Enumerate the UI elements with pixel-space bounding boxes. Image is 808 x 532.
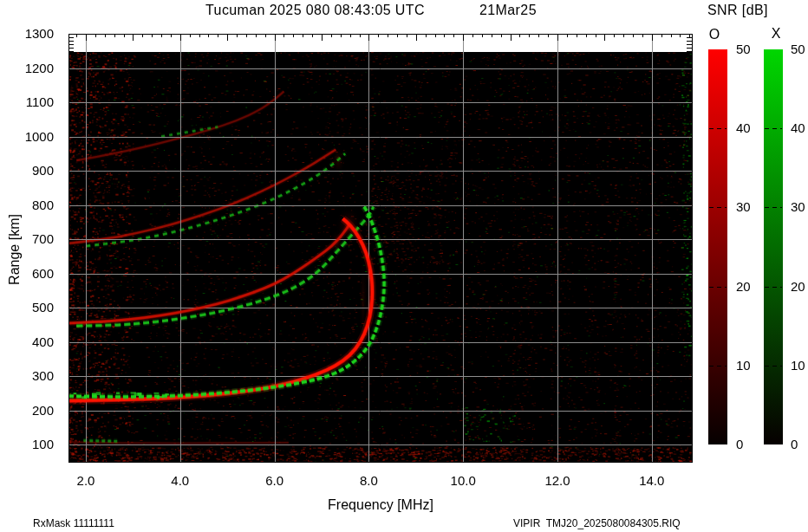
o-colorbar-tick-label: 20 [736, 280, 759, 294]
x-colorbar-tick-label: 50 [791, 42, 808, 56]
y-axis-tick-label: 1300 [16, 27, 54, 41]
x-axis-tick-label: 4.0 [161, 474, 199, 488]
o-colorbar-tick-label: 0 [736, 438, 759, 451]
plot-title: Tucuman 2025 080 08:43:05 UTC [205, 3, 425, 18]
o-colorbar-tick-label: 30 [736, 200, 759, 214]
o-colorbar-tick-label: 40 [736, 121, 759, 135]
y-axis-tick-label: 1100 [16, 95, 54, 109]
y-axis-tick-label: 100 [16, 438, 54, 451]
y-axis-tick-label: 1200 [16, 62, 54, 75]
y-axis-tick-label: 300 [16, 369, 54, 383]
snr-colorbar-title: SNR [dB] [707, 3, 768, 18]
x-axis-tick-label: 12.0 [538, 474, 577, 488]
x-colorbar-tick-label: 30 [791, 200, 808, 214]
y-axis-tick-label: 600 [16, 267, 54, 281]
y-axis-tick-label: 500 [16, 301, 54, 315]
x-colorbar-tick-label: 40 [791, 121, 808, 135]
data-file-text: VIPIR TMJ20_2025080084305.RIQ [513, 517, 681, 529]
x-axis-title: Frequency [MHz] [310, 497, 451, 513]
x-axis-tick-label: 6.0 [256, 474, 294, 488]
y-axis-tick-label: 1000 [16, 130, 54, 144]
y-axis-tick-label: 200 [16, 404, 54, 418]
y-axis-tick-label: 700 [16, 232, 54, 246]
ionogram-plot-canvas [0, 0, 808, 532]
o-colorbar-tick-label: 10 [736, 359, 759, 373]
x-colorbar-tick-label: 20 [791, 280, 808, 294]
x-axis-tick-label: 14.0 [633, 474, 671, 488]
x-axis-tick-label: 10.0 [444, 474, 482, 488]
x-mode-label: X [766, 26, 785, 42]
y-axis-tick-label: 400 [16, 335, 54, 349]
x-colorbar-tick-label: 0 [791, 438, 808, 451]
plot-date: 21Mar25 [479, 3, 537, 18]
x-axis-tick-label: 2.0 [67, 474, 105, 488]
o-mode-label: O [705, 27, 724, 42]
y-axis-tick-label: 900 [16, 164, 54, 178]
x-colorbar-tick-label: 10 [791, 359, 808, 373]
rxmask-text: RxMask 11111111 [33, 517, 114, 529]
x-axis-tick-label: 8.0 [349, 474, 388, 488]
y-axis-tick-label: 800 [16, 198, 54, 212]
o-colorbar-tick-label: 50 [736, 42, 759, 56]
